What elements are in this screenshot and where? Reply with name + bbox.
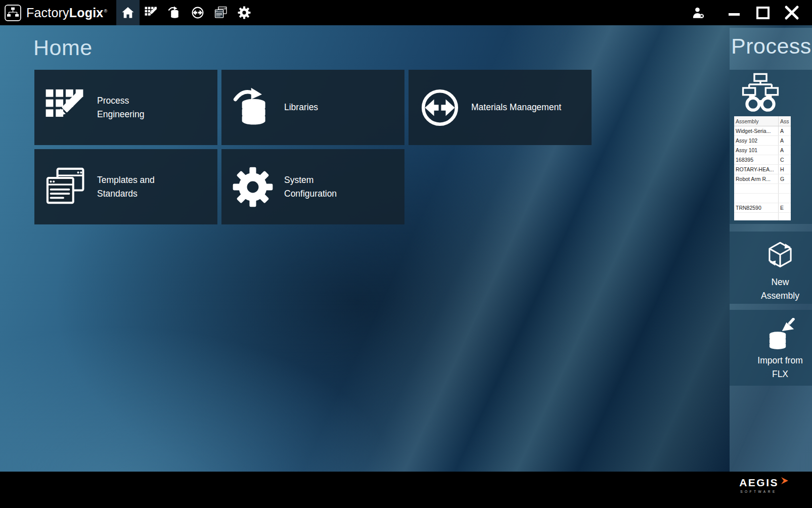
assembly-table[interactable]: Assembly Ass Widget-Seria...AAssy 102AAs… — [734, 116, 791, 220]
maximize-button[interactable] — [755, 5, 771, 20]
circle-swap-arrows-icon — [417, 87, 463, 128]
assembly-table-header: Assembly Ass — [734, 116, 791, 126]
assembly-name-cell: 168395 — [734, 155, 778, 164]
tile-process-engineering[interactable]: Process Engineering — [34, 70, 217, 145]
tile-label: Process Engineering — [97, 94, 173, 121]
table-row[interactable]: Robot Arm R...G — [734, 174, 791, 184]
grid-pencil-icon — [42, 87, 89, 128]
aegis-software-text: SOFTWARE — [739, 490, 777, 493]
tile-system-configuration[interactable]: System Configuration — [221, 149, 404, 224]
assembly-rev-cell — [778, 213, 791, 220]
assembly-rev-cell: E — [778, 203, 791, 212]
home-icon — [121, 6, 134, 19]
aegis-mark-icon — [781, 477, 789, 485]
process-table-body: Widget-Seria...AAssy 102AAssy 101A168395… — [734, 126, 791, 220]
assembly-rev-cell — [778, 184, 791, 193]
assembly-rev-cell: A — [778, 126, 791, 135]
table-row[interactable] — [734, 194, 791, 203]
table-row[interactable]: Assy 102A — [734, 136, 791, 146]
tile-materials-management[interactable]: Materials Management — [409, 70, 592, 145]
process-engineering-icon — [145, 6, 158, 19]
table-row[interactable]: Widget-Seria...A — [734, 126, 791, 136]
processes-panel: Processes Assembly Ass Widget-Seria...AA… — [730, 28, 812, 472]
tile-label: Libraries — [284, 101, 318, 114]
factorylogix-logo-icon — [4, 4, 22, 22]
minimize-button[interactable] — [727, 5, 742, 20]
desktop-background: Home Process Engineering Libraries Mater… — [0, 25, 812, 472]
window-controls — [691, 5, 812, 21]
nav-materials-management[interactable] — [186, 0, 209, 25]
assembly-name-cell: Robot Arm R... — [734, 174, 778, 183]
assembly-name-cell — [734, 213, 778, 220]
tile-label: Templates and Standards — [97, 173, 173, 200]
app-brand: FactoryLogix® — [4, 4, 107, 22]
app-title: FactoryLogix® — [26, 6, 107, 20]
table-row[interactable]: 168395C — [734, 155, 791, 165]
assembly-name-cell: Widget-Seria... — [734, 126, 778, 135]
assembly-rev-cell — [778, 194, 791, 203]
assembly-name-cell: Assy 101 — [734, 146, 778, 155]
import-from-flx-label: Import from FLX — [752, 354, 808, 381]
new-assembly-button[interactable]: New Assembly — [730, 232, 812, 304]
assembly-rev-cell: C — [778, 155, 791, 164]
assembly-name-cell: Assy 102 — [734, 136, 778, 145]
close-button[interactable] — [784, 5, 800, 21]
user-status-icon — [691, 6, 705, 20]
import-from-flx-button[interactable]: Import from FLX — [730, 310, 812, 386]
nav-templates[interactable] — [209, 0, 233, 25]
settings-gear-icon — [238, 6, 251, 19]
status-bar: AEGIS SOFTWARE — [0, 472, 812, 508]
table-row[interactable]: Assy 101A — [734, 146, 791, 155]
column-assembly: Assembly — [734, 116, 778, 126]
assembly-rev-cell: G — [778, 174, 791, 183]
import-database-icon — [764, 318, 796, 349]
factorylogix-window: FactoryLogix® — [0, 0, 812, 508]
assembly-rev-cell: H — [778, 165, 791, 174]
tile-label: Materials Management — [471, 101, 561, 114]
aegis-logo: AEGIS SOFTWARE — [739, 477, 789, 493]
process-list-block: Assembly Ass Widget-Seria...AAssy 102AAs… — [730, 70, 812, 224]
assembly-rev-cell: A — [778, 146, 791, 155]
process-search-icon — [739, 72, 782, 116]
nav-home[interactable] — [116, 0, 140, 25]
assembly-name-cell — [734, 184, 778, 193]
brand-factory: Factory — [26, 6, 69, 20]
assembly-rev-cell: A — [778, 136, 791, 145]
brand-logix: Logix — [69, 6, 104, 20]
stacked-pages-icon — [42, 166, 89, 208]
page-title: Home — [33, 35, 93, 60]
libraries-icon — [168, 6, 181, 19]
maximize-icon — [755, 5, 771, 20]
table-row[interactable] — [734, 184, 791, 194]
assembly-name-cell — [734, 194, 778, 203]
tile-templates-standards[interactable]: Templates and Standards — [34, 149, 217, 224]
new-assembly-label: New Assembly — [752, 275, 808, 303]
cube-icon — [764, 240, 796, 271]
processes-panel-title: Processes — [731, 34, 812, 59]
assembly-name-cell: TRN82590 — [734, 203, 778, 212]
assembly-name-cell: ROTARY-HEA... — [734, 165, 778, 174]
tile-libraries[interactable]: Libraries — [221, 70, 404, 145]
nav-settings[interactable] — [233, 0, 256, 25]
gear-icon — [230, 166, 276, 208]
nav-libraries[interactable] — [163, 0, 186, 25]
column-assembly-2: Ass — [778, 116, 791, 126]
templates-icon — [214, 6, 228, 19]
main-nav — [116, 0, 256, 25]
tile-label: System Configuration — [284, 173, 360, 200]
table-row[interactable]: TRN82590E — [734, 203, 791, 213]
materials-management-icon — [191, 6, 204, 19]
table-row[interactable]: ROTARY-HEA...H — [734, 165, 791, 174]
user-status-button[interactable] — [691, 6, 705, 20]
registered-mark: ® — [104, 9, 107, 14]
nav-process-engineering[interactable] — [140, 0, 163, 25]
aegis-brand-text: AEGIS — [739, 477, 779, 488]
minimize-icon — [727, 5, 742, 20]
table-row[interactable] — [734, 213, 791, 220]
close-icon — [784, 5, 800, 21]
title-bar: FactoryLogix® — [0, 0, 812, 25]
database-arrow-icon — [230, 87, 276, 128]
